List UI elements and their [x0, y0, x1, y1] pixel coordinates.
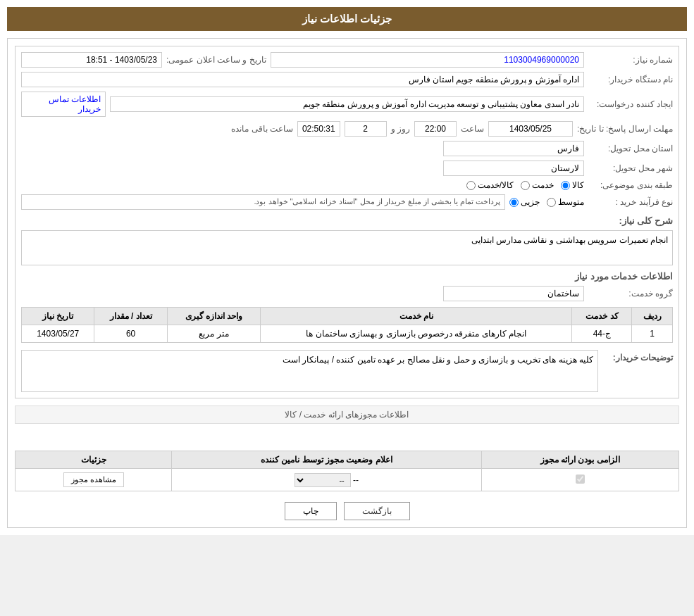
- need-number-row: شماره نیاز: 1103004969000020 تاریخ و ساع…: [21, 52, 673, 68]
- row-unit: متر مربع: [167, 325, 260, 343]
- main-container: شماره نیاز: 1103004969000020 تاریخ و ساع…: [7, 38, 687, 528]
- deadline-clock-value: 02:50:31: [297, 121, 340, 137]
- general-need-row: انجام تعمیرات سرویس بهداشتی و نقاشی مدار…: [21, 230, 673, 265]
- deadline-label: مهلت ارسال پاسخ: تا تاریخ:: [577, 124, 673, 134]
- announce-date-label: تاریخ و ساعت اعلان عمومی:: [166, 55, 266, 65]
- requester-label: ایجاد کننده درخواست:: [588, 99, 673, 109]
- days-label: روز و: [391, 124, 410, 134]
- general-need-section-title: شرح کلی نیاز:: [21, 215, 673, 226]
- deadline-days-value: 2: [345, 121, 387, 137]
- col-service-code: کد خدمت: [572, 308, 632, 325]
- province-value: فارس: [443, 141, 584, 156]
- buyer-notes-text: کلیه هزینه های تخریب و بازسازی و حمل و ن…: [21, 350, 598, 392]
- buyer-org-row: نام دستگاه خریدار: اداره آموزش و پرورش م…: [21, 72, 673, 87]
- table-row: 1 ج-44 انجام کارهای متفرقه درخصوص بازساز…: [22, 325, 673, 343]
- permissions-divider: اطلاعات مجوزهای ارائه خدمت / کالا: [15, 406, 679, 424]
- action-buttons: بازگشت چاپ: [15, 502, 679, 520]
- buyer-org-value: اداره آموزش و پرورش منطقه جویم استان فار…: [21, 72, 584, 87]
- perm-details-cell: مشاهده مجوز: [16, 469, 172, 491]
- services-table: ردیف کد خدمت نام خدمت واحد اندازه گیری ت…: [21, 307, 673, 343]
- buyer-org-label: نام دستگاه خریدار:: [588, 75, 673, 84]
- permissions-table: الزامی بودن ارائه مجوز اعلام وضعیت مجوز …: [15, 451, 679, 491]
- partial-label: جزیی: [521, 197, 540, 207]
- goods-service-label: کالا/خدمت: [478, 180, 514, 190]
- permissions-title: اطلاعات مجوزهای ارائه خدمت / کالا: [285, 410, 409, 420]
- page-title: جزئیات اطلاعات نیاز: [7, 7, 687, 31]
- perm-table-row: -- -- مشاهده مجوز: [16, 469, 679, 491]
- service-group-value: ساختمان: [443, 286, 584, 301]
- city-label: شهر محل تحویل:: [588, 163, 673, 173]
- radio-service-input[interactable]: [521, 181, 530, 190]
- purchase-type-row: نوع فرآیند خرید : جزیی متوسط پرداخت تمام…: [21, 194, 673, 210]
- col-row-num: ردیف: [632, 308, 673, 325]
- province-label: استان محل تحویل:: [588, 144, 673, 153]
- time-label: ساعت: [461, 124, 484, 134]
- service-label: خدمت: [532, 180, 554, 190]
- city-value: لارستان: [443, 161, 584, 176]
- perm-status-cell: -- --: [172, 469, 481, 491]
- purchase-type-note: پرداخت تمام یا بخشی از مبلغ خریدار از مح…: [21, 194, 505, 210]
- radio-goods-service: کالا/خدمت: [466, 180, 514, 190]
- print-button[interactable]: چاپ: [285, 502, 337, 520]
- col-quantity: تعداد / مقدار: [94, 308, 167, 325]
- category-label: طبقه بندی موضوعی:: [588, 180, 673, 190]
- category-row: طبقه بندی موضوعی: کالا/خدمت خدمت کالا: [21, 180, 673, 190]
- row-date: 1403/05/27: [22, 325, 94, 343]
- province-row: استان محل تحویل: فارس: [21, 141, 673, 156]
- buyer-notes-section: توضیحات خریدار: کلیه هزینه های تخریب و ب…: [21, 350, 673, 392]
- purchase-type-radio-group: جزیی متوسط: [509, 197, 584, 207]
- perm-required-cell: [481, 469, 678, 491]
- contact-info-link[interactable]: اطلاعات تماس خریدار: [21, 92, 106, 117]
- deadline-row: مهلت ارسال پاسخ: تا تاریخ: 1403/05/25 سا…: [21, 121, 673, 137]
- need-number-label: شماره نیاز:: [588, 55, 673, 65]
- radio-service: خدمت: [521, 180, 554, 190]
- need-number-value: 1103004969000020: [271, 52, 584, 68]
- perm-required-checkbox: [576, 474, 585, 484]
- row-num: 1: [632, 325, 673, 343]
- buyer-notes-label: توضیحات خریدار:: [602, 350, 673, 363]
- radio-medium-input[interactable]: [547, 198, 556, 207]
- perm-status-value: --: [353, 475, 359, 485]
- radio-goods: کالا: [561, 180, 584, 190]
- perm-col-details: جزئیات: [16, 451, 172, 469]
- remaining-label: ساعت باقی مانده: [231, 124, 293, 134]
- back-button[interactable]: بازگشت: [344, 502, 410, 520]
- deadline-time-value: 22:00: [414, 121, 457, 137]
- service-group-label: گروه خدمت:: [588, 289, 673, 298]
- page-wrapper: جزئیات اطلاعات نیاز شماره نیاز: 11030049…: [0, 0, 694, 535]
- radio-medium: متوسط: [547, 197, 584, 207]
- perm-col-status: اعلام وضعیت مجوز توسط نامین کننده: [172, 451, 481, 469]
- row-service-code: ج-44: [572, 325, 632, 343]
- purchase-type-label: نوع فرآیند خرید :: [588, 197, 673, 207]
- radio-goods-service-input[interactable]: [466, 181, 476, 190]
- perm-col-required: الزامی بودن ارائه مجوز: [481, 451, 678, 469]
- view-permit-button[interactable]: مشاهده مجوز: [63, 472, 124, 487]
- service-info-title: اطلاعات خدمات مورد نیاز: [21, 271, 673, 282]
- permissions-spacer: [15, 429, 679, 444]
- service-group-row: گروه خدمت: ساختمان: [21, 286, 673, 301]
- deadline-date-value: 1403/05/25: [488, 121, 573, 137]
- requester-row: ایجاد کننده درخواست: نادر اسدی معاون پشت…: [21, 92, 673, 117]
- goods-label: کالا: [572, 180, 584, 190]
- row-service-name: انجام کارهای متفرقه درخصوص بازسازی و بهس…: [261, 325, 572, 343]
- col-date: تاریخ نیاز: [22, 308, 94, 325]
- category-radio-group: کالا/خدمت خدمت کالا: [466, 180, 584, 190]
- general-need-text: انجام تعمیرات سرویس بهداشتی و نقاشی مدار…: [21, 230, 673, 265]
- row-quantity: 60: [94, 325, 167, 343]
- form-section: شماره نیاز: 1103004969000020 تاریخ و ساع…: [15, 46, 679, 398]
- radio-partial: جزیی: [509, 197, 540, 207]
- radio-partial-input[interactable]: [509, 198, 519, 207]
- requester-value: نادر اسدی معاون پشتیبانی و توسعه مدیریت …: [110, 96, 584, 112]
- city-row: شهر محل تحویل: لارستان: [21, 161, 673, 176]
- radio-goods-input[interactable]: [561, 181, 570, 190]
- col-unit: واحد اندازه گیری: [167, 308, 260, 325]
- perm-status-select[interactable]: --: [295, 473, 351, 487]
- general-need-label: شرح کلی نیاز:: [619, 215, 673, 226]
- medium-label: متوسط: [558, 197, 584, 207]
- announce-date-value: 1403/05/23 - 18:51: [21, 52, 162, 68]
- col-service-name: نام خدمت: [261, 308, 572, 325]
